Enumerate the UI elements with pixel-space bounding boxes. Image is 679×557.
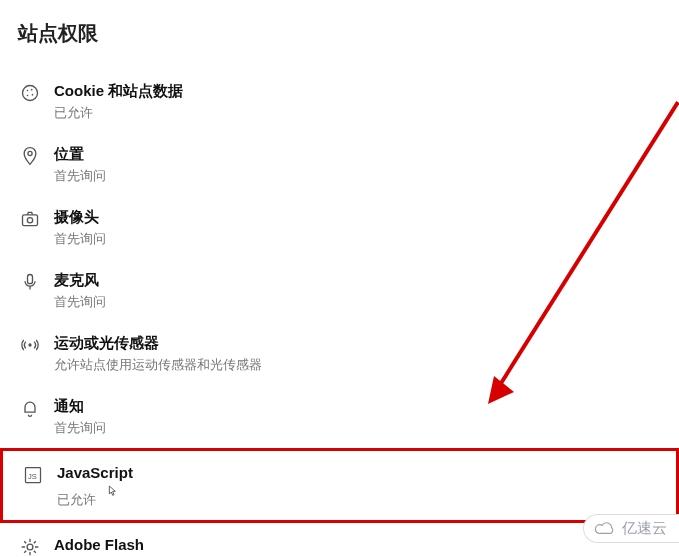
svg-point-10 xyxy=(28,344,31,347)
svg-rect-6 xyxy=(23,215,38,226)
svg-point-1 xyxy=(27,90,29,92)
svg-point-13 xyxy=(27,544,33,550)
page-title: 站点权限 xyxy=(0,20,679,47)
permission-camera[interactable]: 摄像头 首先询问 xyxy=(0,195,679,258)
svg-point-4 xyxy=(27,95,29,97)
permission-status: 允许站点使用运动传感器和光传感器 xyxy=(54,357,262,373)
permission-status: 首先询问 xyxy=(54,168,106,184)
permission-label: Adobe Flash xyxy=(54,535,180,555)
permission-flash[interactable]: Adobe Flash 始终阻止 Flash (推荐) xyxy=(0,523,679,557)
cookie-icon xyxy=(18,82,42,104)
permission-location[interactable]: 位置 首先询问 xyxy=(0,132,679,195)
permission-label: Cookie 和站点数据 xyxy=(54,81,183,101)
permission-label: 麦克风 xyxy=(54,270,106,290)
svg-rect-8 xyxy=(28,275,33,284)
permission-label: 摄像头 xyxy=(54,207,106,227)
location-icon xyxy=(18,145,42,167)
permission-status: 首先询问 xyxy=(54,420,106,436)
motion-sensor-icon xyxy=(18,334,42,356)
svg-point-2 xyxy=(31,89,33,91)
cursor-icon xyxy=(104,483,120,505)
permission-status: 首先询问 xyxy=(54,294,106,310)
permission-label: 运动或光传感器 xyxy=(54,333,262,353)
javascript-icon: JS xyxy=(21,464,45,486)
permission-javascript[interactable]: JS JavaScript 已允许 xyxy=(0,448,679,523)
svg-point-7 xyxy=(27,218,32,223)
permission-cookies[interactable]: Cookie 和站点数据 已允许 xyxy=(0,69,679,132)
watermark: 亿速云 xyxy=(583,514,679,543)
permission-notifications[interactable]: 通知 首先询问 xyxy=(0,384,679,447)
svg-point-5 xyxy=(28,152,32,156)
permission-status: 已允许 xyxy=(57,486,133,508)
svg-point-0 xyxy=(23,86,38,101)
permission-label: 通知 xyxy=(54,396,106,416)
bell-icon xyxy=(18,397,42,419)
svg-point-3 xyxy=(32,94,34,96)
permission-status: 首先询问 xyxy=(54,231,106,247)
camera-icon xyxy=(18,208,42,230)
permission-label: 位置 xyxy=(54,144,106,164)
microphone-icon xyxy=(18,271,42,293)
permission-status: 已允许 xyxy=(54,105,183,121)
flash-icon xyxy=(18,536,42,557)
permission-microphone[interactable]: 麦克风 首先询问 xyxy=(0,258,679,321)
permission-label: JavaScript xyxy=(57,463,133,483)
permission-motion-sensors[interactable]: 运动或光传感器 允许站点使用运动传感器和光传感器 xyxy=(0,321,679,384)
svg-text:JS: JS xyxy=(28,472,37,481)
